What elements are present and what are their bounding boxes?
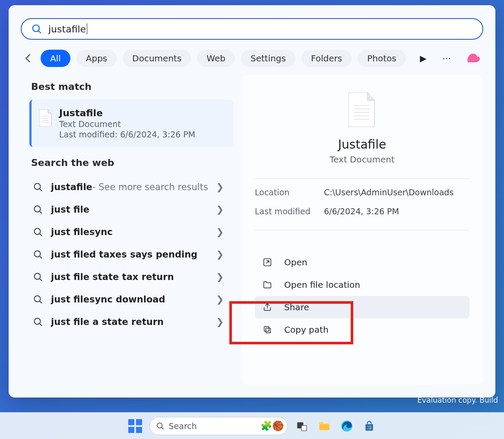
- action-share[interactable]: Share: [255, 296, 469, 318]
- svg-point-16: [35, 296, 41, 302]
- svg-point-10: [35, 229, 41, 235]
- evaluation-watermark: Evaluation copy. Build: [417, 396, 498, 404]
- taskbar-taskview[interactable]: [294, 418, 310, 434]
- svg-rect-26: [266, 328, 270, 333]
- svg-line-19: [40, 324, 42, 326]
- svg-rect-40: [367, 427, 369, 429]
- web-suggestion[interactable]: just filesync❯: [29, 221, 233, 243]
- search-icon: [33, 249, 43, 260]
- best-match-title: Justafile: [59, 108, 195, 118]
- web-suggestion[interactable]: just file state tax return❯: [29, 266, 233, 288]
- search-icon: [33, 182, 43, 192]
- search-flyout: justafile All Apps Documents Web Setting…: [9, 5, 495, 398]
- svg-line-1: [38, 31, 41, 33]
- start-button[interactable]: [127, 418, 143, 434]
- back-button[interactable]: [23, 52, 35, 64]
- best-match-result[interactable]: Justafile Text Document Last modified: 6…: [29, 100, 233, 147]
- taskbar-search-highlight-icon[interactable]: 🧩🏀: [260, 420, 284, 431]
- web-suggestion-query: just filesync: [51, 227, 113, 237]
- more-options-icon[interactable]: ⋯: [441, 52, 452, 64]
- share-icon: [263, 302, 272, 312]
- taskbar-search-placeholder: Search: [169, 421, 197, 431]
- svg-rect-36: [319, 424, 329, 430]
- open-icon: [263, 258, 272, 267]
- svg-rect-27: [264, 327, 269, 331]
- search-icon: [33, 272, 43, 282]
- action-open-file-location[interactable]: Open file location: [255, 274, 469, 296]
- chevron-right-icon: ❯: [216, 249, 224, 260]
- filter-photos[interactable]: Photos: [358, 50, 406, 67]
- web-suggestion[interactable]: justafile - See more search results❯: [29, 176, 233, 198]
- search-icon: [33, 294, 43, 305]
- preview-meta: Location C:\Users\AdminUser\Downloads La…: [255, 188, 469, 216]
- svg-point-12: [35, 251, 41, 257]
- svg-line-9: [40, 211, 42, 213]
- filter-settings[interactable]: Settings: [241, 50, 295, 67]
- preview-title: Justafile: [338, 137, 386, 152]
- preview-type: Text Document: [330, 154, 394, 165]
- action-copy-path[interactable]: Copy path: [255, 318, 469, 341]
- chevron-right-icon: ❯: [216, 227, 224, 237]
- web-suggestion[interactable]: just filed taxes says pending❯: [29, 243, 233, 266]
- meta-modified-label: Last modified: [255, 207, 324, 216]
- preview-actions: Open Open file location Share Copy path: [255, 251, 469, 341]
- svg-rect-38: [367, 425, 369, 427]
- svg-point-6: [35, 184, 41, 190]
- svg-point-18: [35, 318, 41, 324]
- web-suggestion[interactable]: just file❯: [29, 198, 233, 221]
- copy-icon: [263, 325, 272, 334]
- chevron-right-icon: ❯: [216, 182, 224, 192]
- search-web-label: Search the web: [31, 157, 233, 168]
- meta-location-value: C:\Users\AdminUser\Downloads: [324, 188, 469, 197]
- search-icon: [33, 317, 43, 327]
- action-open[interactable]: Open: [255, 251, 469, 274]
- svg-line-33: [162, 427, 163, 429]
- filter-documents[interactable]: Documents: [123, 50, 191, 67]
- filter-folders[interactable]: Folders: [301, 50, 352, 67]
- meta-location-label: Location: [255, 188, 324, 197]
- svg-line-11: [40, 234, 42, 236]
- search-query-text: justafile: [48, 23, 87, 35]
- svg-rect-29: [136, 419, 142, 425]
- web-suggestion-query: just file a state return: [51, 317, 164, 327]
- search-box[interactable]: justafile: [21, 18, 483, 40]
- chevron-right-icon: ❯: [216, 272, 224, 282]
- filter-all[interactable]: All: [41, 50, 70, 67]
- taskbar-edge[interactable]: [339, 418, 355, 434]
- filter-row: All Apps Documents Web Settings Folders …: [9, 40, 495, 72]
- svg-point-0: [33, 25, 39, 32]
- search-icon: [33, 227, 43, 237]
- web-suggestion-query: just file state tax return: [51, 272, 174, 282]
- search-icon: [33, 204, 43, 215]
- results-column: Best match Justafile Text Document Last …: [22, 75, 233, 385]
- svg-rect-39: [369, 425, 371, 427]
- filter-web[interactable]: Web: [197, 50, 235, 67]
- svg-rect-28: [128, 419, 134, 425]
- web-suggestion[interactable]: just filesync download❯: [29, 288, 233, 311]
- svg-line-7: [40, 189, 42, 191]
- search-icon: [31, 23, 42, 35]
- web-suggestion-query: just filed taxes says pending: [51, 249, 197, 260]
- svg-rect-30: [128, 427, 134, 433]
- web-suggestion[interactable]: just file a state return❯: [29, 311, 233, 333]
- web-suggestion-query: just filesync download: [51, 294, 165, 305]
- chevron-right-icon: ❯: [216, 317, 224, 327]
- document-icon: [39, 109, 52, 127]
- meta-modified-value: 6/6/2024, 3:26 PM: [324, 207, 469, 216]
- taskbar-store[interactable]: [361, 418, 377, 434]
- svg-rect-31: [136, 427, 142, 433]
- copilot-icon[interactable]: [465, 49, 481, 67]
- taskbar-explorer[interactable]: [316, 418, 333, 434]
- taskbar-search[interactable]: Search 🧩🏀: [149, 417, 288, 435]
- more-filters-play-icon[interactable]: ▶: [418, 52, 428, 64]
- svg-rect-41: [369, 427, 371, 429]
- svg-rect-35: [301, 425, 306, 430]
- svg-line-13: [40, 256, 42, 258]
- svg-point-14: [35, 274, 41, 280]
- svg-line-17: [40, 301, 42, 303]
- web-suggestion-sub: - See more search results: [92, 182, 208, 192]
- chevron-right-icon: ❯: [216, 294, 224, 305]
- search-icon: [156, 422, 165, 430]
- filter-apps[interactable]: Apps: [76, 50, 117, 67]
- preview-pane: Justafile Text Document Location C:\User…: [242, 75, 482, 385]
